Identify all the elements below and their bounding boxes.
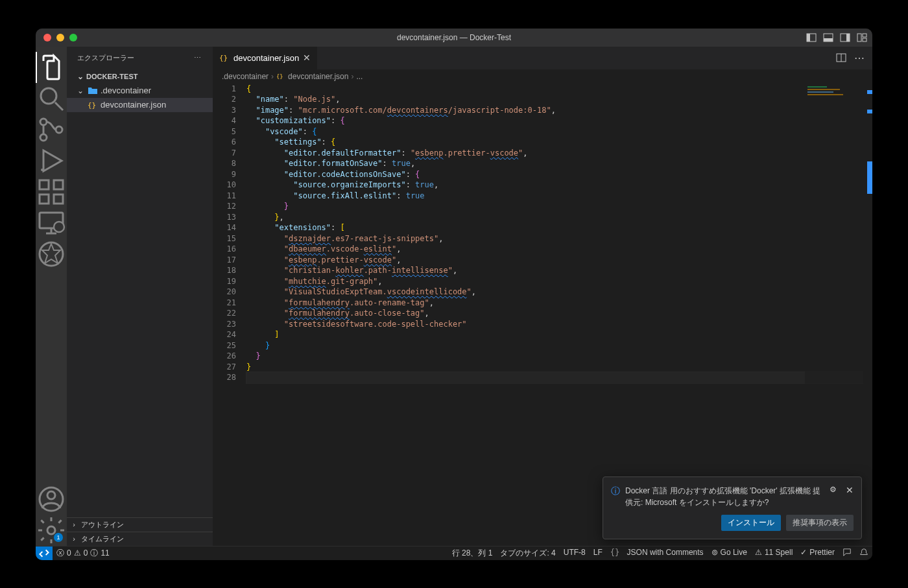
close-window-button[interactable] [43,34,51,41]
close-toast-icon[interactable]: ✕ [846,485,854,495]
file-label: devcontainer.json [101,100,166,110]
svg-rect-7 [863,34,866,37]
accounts-activity-icon[interactable] [36,484,67,515]
source-control-activity-icon[interactable] [36,114,67,145]
live-share-activity-icon[interactable] [36,239,67,270]
svg-rect-16 [40,194,49,204]
remote-explorer-activity-icon[interactable] [36,207,67,239]
info-icon: ⓘ [90,548,98,559]
svg-rect-1 [807,34,810,41]
warning-icon: ⚠ [74,548,81,558]
run-debug-activity-icon[interactable] [36,145,67,176]
svg-text:{}: {} [276,73,283,79]
info-icon: ⓘ [611,486,620,497]
show-recommendations-button[interactable]: 推奨事項の表示 [786,515,854,531]
chevron-right-icon: › [69,535,78,543]
settings-badge: 1 [54,533,63,542]
workspace-root-label: DOCKER-TEST [86,73,137,80]
explorer-sidebar: エクスプローラー ⋯ ⌄ DOCKER-TEST ⌄ .devcontainer… [67,47,213,546]
broadcast-icon: ⊚ [711,548,718,557]
error-icon: ⓧ [56,548,64,559]
breadcrumb-file[interactable]: devcontainer.json [288,72,348,81]
timeline-section[interactable]: ›タイムライン [67,532,213,546]
file-row-devcontainer-json[interactable]: {} devcontainer.json [67,98,213,112]
language-label: JSON with Comments [627,548,704,557]
svg-rect-15 [40,180,49,189]
svg-point-9 [41,88,56,104]
breadcrumbs[interactable]: .devcontainer › {} devcontainer.json › .… [213,69,872,84]
customize-layout-icon[interactable] [857,32,867,43]
maximize-window-button[interactable] [69,34,77,41]
toggle-primary-sidebar-icon[interactable] [806,32,817,43]
svg-point-20 [54,222,64,232]
install-button[interactable]: インストール [721,515,781,531]
chevron-right-icon: › [69,521,78,528]
go-live-status[interactable]: ⊚Go Live [708,548,751,557]
timeline-label: タイムライン [81,534,124,544]
cursor-position-status[interactable]: 行 28、列 1 [448,548,497,559]
toast-message: Docker 言語 用のおすすめ拡張機能 'Docker' 拡張機能 提供元: … [625,485,824,508]
outline-section[interactable]: ›アウトライン [67,517,213,532]
prettier-label: Prettier [809,548,835,557]
titlebar: devcontainer.json — Docker-Test [36,29,872,47]
close-tab-icon[interactable]: ✕ [303,53,311,63]
svg-point-24 [47,526,55,534]
folder-label: .devcontainer [101,86,151,95]
extensions-activity-icon[interactable] [36,176,67,207]
editor-tab-devcontainer[interactable]: {} devcontainer.json ✕ [213,47,318,69]
minimize-window-button[interactable] [56,34,64,41]
tab-size-status[interactable]: タブのサイズ: 4 [496,548,559,559]
svg-rect-17 [54,194,63,204]
overview-ruler[interactable] [863,84,872,546]
spell-check-status[interactable]: ⚠11 Spell [751,548,796,557]
notifications-status-icon[interactable] [855,548,872,557]
line-gutter: 1234567891011121314151617181920212223242… [213,84,246,546]
toggle-panel-icon[interactable] [823,32,833,43]
svg-rect-6 [857,34,861,41]
golive-label: Go Live [721,548,747,557]
explorer-label: エクスプローラー [77,53,134,63]
problems-status[interactable]: ⓧ0 ⚠0 ⓘ11 [53,547,114,560]
toggle-secondary-sidebar-icon[interactable] [840,32,850,43]
window-controls [43,34,77,41]
outline-label: アウトライン [81,520,124,530]
error-count: 0 [67,548,71,558]
activity-bar: 1 [36,47,67,546]
spell-label: 11 Spell [765,548,793,557]
chevron-right-icon: › [351,72,353,81]
explorer-activity-icon[interactable] [36,52,67,83]
folder-icon [88,86,98,96]
remote-indicator[interactable] [36,547,53,560]
status-bar: ⓧ0 ⚠0 ⓘ11 行 28、列 1 タブのサイズ: 4 UTF-8 LF {}… [36,546,872,560]
svg-point-14 [41,169,43,171]
svg-point-11 [40,119,47,125]
svg-point-21 [40,242,63,266]
info-count: 11 [101,548,109,558]
editor-group: {} devcontainer.json ✕ ⋯ .devcontainer ›… [213,47,872,546]
prettier-status[interactable]: ✓Prettier [796,548,839,557]
editor-more-icon[interactable]: ⋯ [854,52,866,64]
warning-count: 0 [84,548,88,558]
json-file-icon: {} [88,100,98,110]
chevron-down-icon: ⌄ [77,72,84,81]
feedback-status-icon[interactable] [839,548,855,557]
editor-tabs: {} devcontainer.json ✕ ⋯ [213,47,872,69]
workspace-root[interactable]: ⌄ DOCKER-TEST [67,69,213,84]
eol-status[interactable]: LF [590,548,606,557]
svg-point-13 [56,126,62,133]
settings-activity-icon[interactable]: 1 [36,515,67,546]
folder-row-devcontainer[interactable]: ⌄ .devcontainer [67,84,213,98]
svg-rect-18 [54,180,63,189]
warning-icon: ⚠ [755,548,762,557]
language-mode-status[interactable]: {} JSON with Comments [606,548,708,557]
split-editor-icon[interactable] [836,53,846,63]
svg-text:{}: {} [219,54,228,62]
svg-point-23 [47,491,55,499]
explorer-more-icon[interactable]: ⋯ [194,54,202,62]
breadcrumb-symbol[interactable]: ... [356,72,363,81]
search-activity-icon[interactable] [36,83,67,114]
gear-icon[interactable]: ⚙ [830,485,837,494]
vscode-window: devcontainer.json — Docker-Test 1 [36,29,872,560]
encoding-status[interactable]: UTF-8 [560,548,590,557]
breadcrumb-folder[interactable]: .devcontainer [222,72,269,81]
